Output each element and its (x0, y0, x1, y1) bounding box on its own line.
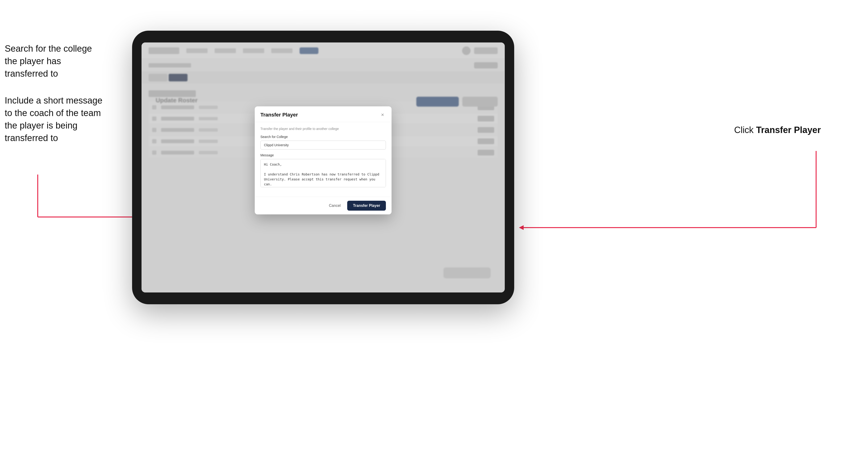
modal-close-button[interactable]: × (379, 112, 386, 118)
transfer-player-button[interactable]: Transfer Player (347, 201, 386, 211)
annotation-text-1: Search for the college the player has tr… (5, 42, 104, 80)
modal-header: Transfer Player × (255, 106, 392, 122)
modal-body: Transfer the player and their profile to… (255, 122, 392, 197)
message-label: Message (260, 153, 386, 157)
cancel-button[interactable]: Cancel (325, 201, 345, 210)
modal-overlay: Transfer Player × Transfer the player an… (142, 42, 505, 292)
college-input[interactable] (260, 141, 386, 150)
tablet-frame: Update Roster Transfer Player × Transfer… (132, 31, 514, 304)
annotation-left: Search for the college the player has tr… (5, 42, 104, 158)
modal-description: Transfer the player and their profile to… (260, 127, 386, 131)
transfer-player-modal: Transfer Player × Transfer the player an… (255, 106, 392, 214)
message-form-group: Message Hi Coach, I understand Chris Rob… (260, 153, 386, 188)
college-label: Search for College (260, 135, 386, 139)
tablet-screen: Update Roster Transfer Player × Transfer… (142, 42, 505, 292)
annotation-text-2: Include a short message to the coach of … (5, 94, 104, 145)
college-form-group: Search for College (260, 135, 386, 150)
modal-footer: Cancel Transfer Player (255, 197, 392, 214)
message-textarea[interactable]: Hi Coach, I understand Chris Robertson h… (260, 159, 386, 187)
modal-title: Transfer Player (260, 112, 298, 118)
annotation-right: Click Transfer Player (734, 125, 821, 135)
svg-marker-5 (519, 225, 524, 230)
annotation-right-text: Click Transfer Player (734, 125, 821, 135)
